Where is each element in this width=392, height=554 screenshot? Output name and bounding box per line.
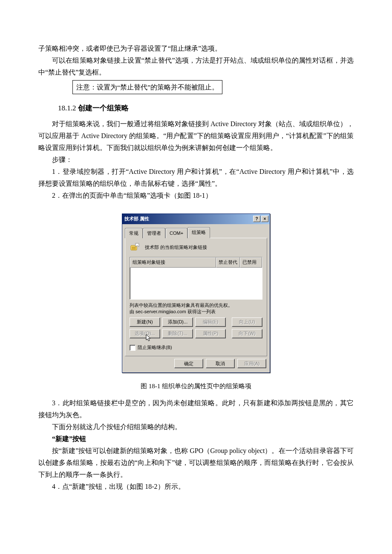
button-area: 新建(N) 添加(D)... 编辑(E) 选项(O)... 删除(T)... 属… [130,317,262,338]
gpo-icon [130,242,141,253]
properties-button[interactable]: 属性(P) [195,329,226,338]
paragraph: 子策略相冲突，或者即使已为子容器设置了“阻止继承”选项。 [38,43,354,55]
block-inherit-checkbox[interactable] [130,345,135,351]
section-number: 18.1.2 [58,104,78,112]
new-button[interactable]: 新建(N) [130,317,160,327]
paragraph: 对于组策略来说，我们一般通过将组策略对象链接到 Active Directory… [38,118,354,154]
col-gpo-link: 组策略对象链接 [130,257,216,267]
steps-label: 步骤： [38,154,354,166]
cancel-button[interactable]: 取消 [206,359,235,368]
tab-general[interactable]: 常规 [125,228,143,238]
ok-button[interactable]: 确定 [174,359,203,368]
move-down-button[interactable]: 向下(W) [232,329,262,338]
paragraph: 下面分别就这几个按钮介绍组策略的结构。 [38,421,354,433]
tab-grouppolicy[interactable]: 组策略 [187,227,210,238]
col-no-override: 禁止替代 [216,257,240,267]
svg-rect-2 [132,248,136,249]
apply-button[interactable]: 应用(A) [237,359,266,368]
dialog-titlebar: 技术部 属性 ? × [122,214,270,224]
tab-panel: 技术部 的当前组策略对象链接 组策略对象链接 禁止替代 已禁用 列表中较高位置的… [125,238,267,356]
step-2: 2．在弹出的页面中单击“组策略”选项卡（如图 18-1） [38,190,354,202]
figure-caption: 图 18-1 组织单位的属性页中的组策略项 [38,381,354,392]
subheading-new-button: “新建”按钮 [38,433,354,445]
figure-18-1: 技术部 属性 ? × 常规 管理者 COM+ 组策略 [38,214,354,373]
help-button[interactable]: ? [253,216,260,222]
gpo-link-list[interactable]: 组策略对象链接 禁止替代 已禁用 [130,257,262,300]
panel-header: 技术部 的当前组策略对象链接 [130,242,262,253]
dialog-title: 技术部 属性 [124,215,252,223]
block-inherit-row[interactable]: 阻止策略继承(B) [130,343,262,352]
step-4: 4．点“新建”按钮，出现（如图 18-2）所示。 [38,481,354,493]
hint-line-2: 由 sec-server.mingjiao.com 获得这一列表 [130,309,262,315]
tab-strip: 常规 管理者 COM+ 组策略 [122,224,270,238]
tab-managedby[interactable]: 管理者 [143,228,165,238]
section-heading: 18.1.2 创建一个组策略 [58,102,354,115]
step-1: 1．登录域控制器，打开“Active Directory 用户和计算机”，在“A… [38,166,354,190]
step-3: 3．此时组策略链接栏中是空的，因为尚未创建组策略。此时，只有新建和添加两按钮是黑… [38,397,354,421]
priority-hint: 列表中较高位置的组策略对象具有最高的优先权。 由 sec-server.ming… [130,302,262,315]
hint-line-1: 列表中较高位置的组策略对象具有最高的优先权。 [130,302,262,309]
section-title-text: 创建一个组策略 [78,104,129,112]
properties-dialog: 技术部 属性 ? × 常规 管理者 COM+ 组策略 [122,214,270,373]
paragraph: 可以在组策略对象链接上设置“禁止替代”选项，方法是打开站点、域或组织单位的属性对… [38,55,354,78]
dialog-footer: 确定 取消 应用(A) [122,359,270,372]
document-page: 子策略相冲突，或者即使已为子容器设置了“阻止继承”选项。 可以在组策略对象链接上… [0,0,392,527]
tab-complus[interactable]: COM+ [165,228,187,238]
delete-button[interactable]: 删除(T)... [162,329,193,338]
panel-header-text: 技术部 的当前组策略对象链接 [145,243,207,251]
add-button[interactable]: 添加(D)... [162,317,193,327]
close-button[interactable]: × [261,216,268,222]
note-box: 注意：设置为“禁止替代”的策略并不能被阻止。 [72,80,222,94]
list-header: 组策略对象链接 禁止替代 已禁用 [130,257,262,267]
move-up-button[interactable]: 向上(U) [232,317,262,327]
options-button[interactable]: 选项(O)... [130,329,160,338]
col-disabled: 已禁用 [240,257,262,267]
block-inherit-label: 阻止策略继承(B) [138,343,172,352]
edit-button[interactable]: 编辑(E) [195,317,226,327]
paragraph: 按“新建”按钮可以创建新的组策略对象，也称 GPO（Group policy o… [38,445,354,481]
